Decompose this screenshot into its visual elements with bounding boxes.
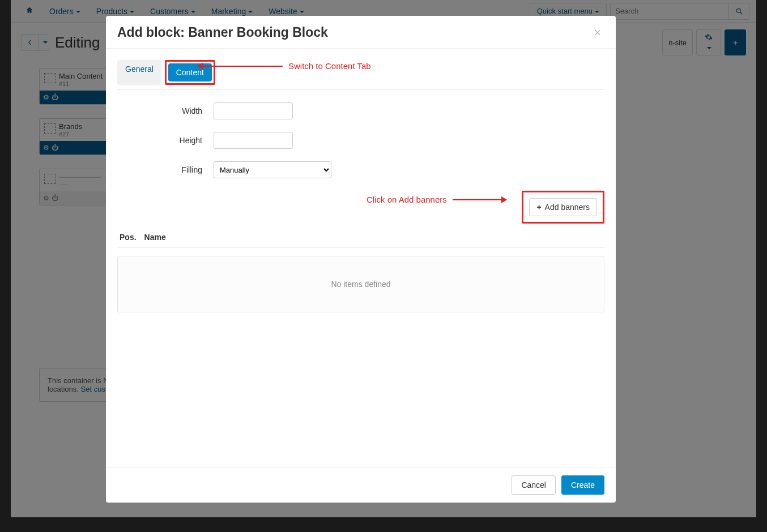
add-block-modal: Add block: Banner Booking Block × Genera… bbox=[106, 16, 616, 503]
list-header: Pos. Name bbox=[117, 229, 604, 248]
width-label: Width bbox=[117, 106, 214, 115]
modal-title: Add block: Banner Booking Block bbox=[117, 25, 328, 40]
cancel-button[interactable]: Cancel bbox=[512, 475, 556, 495]
close-icon: × bbox=[594, 25, 601, 40]
height-input[interactable] bbox=[214, 132, 293, 149]
filling-label: Filling bbox=[117, 165, 214, 174]
annotation-switch-tab: Switch to Content Tab bbox=[198, 61, 371, 71]
annotation-highlight-add-banners: + Add banners bbox=[522, 191, 604, 224]
plus-icon: + bbox=[536, 203, 541, 212]
col-pos: Pos. bbox=[120, 233, 137, 242]
col-name: Name bbox=[144, 233, 166, 242]
height-label: Height bbox=[117, 136, 214, 145]
add-banners-button[interactable]: + Add banners bbox=[529, 198, 597, 216]
annotation-click-add: Click on Add banners bbox=[367, 195, 506, 204]
empty-list: No items defined bbox=[117, 256, 604, 312]
create-button[interactable]: Create bbox=[561, 475, 604, 495]
filling-select[interactable]: Manually bbox=[214, 161, 331, 178]
close-button[interactable]: × bbox=[590, 25, 604, 40]
tab-general[interactable]: General bbox=[117, 60, 161, 85]
width-input[interactable] bbox=[214, 102, 293, 119]
